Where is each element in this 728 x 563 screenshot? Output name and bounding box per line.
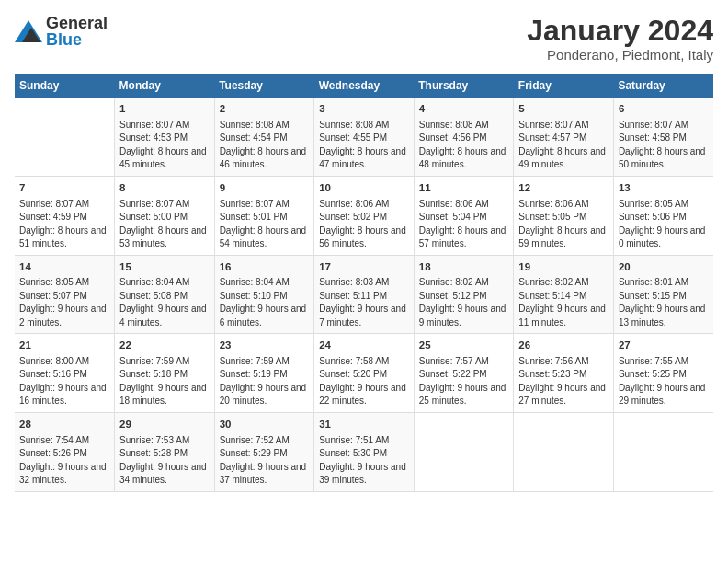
calendar-cell: 20Sunrise: 8:01 AMSunset: 5:15 PMDayligh… <box>613 255 713 334</box>
sunrise-text: Sunrise: 8:07 AM <box>619 119 709 132</box>
sunset-text: Sunset: 5:23 PM <box>518 368 609 382</box>
calendar-cell <box>15 98 115 176</box>
sunset-text: Sunset: 5:29 PM <box>220 447 310 461</box>
header-saturday: Saturday <box>613 74 713 98</box>
sunrise-text: Sunrise: 8:04 AM <box>220 276 310 290</box>
daylight-text: Daylight: 9 hours and 9 minutes. <box>419 303 509 329</box>
sunset-text: Sunset: 5:14 PM <box>518 290 609 304</box>
calendar-cell: 30Sunrise: 7:52 AMSunset: 5:29 PMDayligh… <box>214 412 314 491</box>
daylight-text: Daylight: 9 hours and 34 minutes. <box>119 461 210 488</box>
day-number: 5 <box>518 101 609 117</box>
calendar-week-4: 21Sunrise: 8:00 AMSunset: 5:16 PMDayligh… <box>15 334 713 413</box>
calendar-cell: 23Sunrise: 7:59 AMSunset: 5:19 PMDayligh… <box>214 334 314 413</box>
sunset-text: Sunset: 5:20 PM <box>319 368 409 382</box>
sunrise-text: Sunrise: 7:57 AM <box>419 355 509 369</box>
sunset-text: Sunset: 5:01 PM <box>220 211 310 224</box>
daylight-text: Daylight: 9 hours and 0 minutes. <box>619 224 709 251</box>
calendar-cell: 11Sunrise: 8:06 AMSunset: 5:04 PMDayligh… <box>414 176 514 255</box>
sunset-text: Sunset: 5:00 PM <box>119 211 210 224</box>
calendar-cell: 10Sunrise: 8:06 AMSunset: 5:02 PMDayligh… <box>314 176 415 255</box>
day-number: 2 <box>220 101 310 117</box>
day-number: 12 <box>518 180 609 196</box>
daylight-text: Daylight: 8 hours and 59 minutes. <box>518 224 609 251</box>
sunset-text: Sunset: 4:53 PM <box>119 132 210 145</box>
sunrise-text: Sunrise: 7:54 AM <box>19 434 109 448</box>
calendar-cell: 3Sunrise: 8:08 AMSunset: 4:55 PMDaylight… <box>314 98 415 176</box>
title-block: January 2024 Ponderano, Piedmont, Italy <box>527 15 713 63</box>
sunset-text: Sunset: 4:57 PM <box>518 132 609 145</box>
daylight-text: Daylight: 9 hours and 11 minutes. <box>518 303 609 329</box>
sunset-text: Sunset: 4:55 PM <box>319 132 409 145</box>
day-number: 15 <box>119 259 210 275</box>
daylight-text: Daylight: 9 hours and 39 minutes. <box>319 461 409 488</box>
calendar-header: Sunday Monday Tuesday Wednesday Thursday… <box>15 74 713 98</box>
calendar-cell <box>514 412 614 491</box>
location-subtitle: Ponderano, Piedmont, Italy <box>527 47 713 63</box>
daylight-text: Daylight: 9 hours and 37 minutes. <box>220 461 310 488</box>
sunset-text: Sunset: 5:06 PM <box>619 211 709 224</box>
calendar-cell: 8Sunrise: 8:07 AMSunset: 5:00 PMDaylight… <box>115 176 215 255</box>
day-number: 8 <box>119 180 210 196</box>
daylight-text: Daylight: 8 hours and 45 minutes. <box>119 145 210 172</box>
sunrise-text: Sunrise: 7:58 AM <box>319 355 409 369</box>
calendar-week-3: 14Sunrise: 8:05 AMSunset: 5:07 PMDayligh… <box>15 255 713 334</box>
sunrise-text: Sunrise: 8:06 AM <box>518 198 609 212</box>
day-number: 29 <box>119 417 210 432</box>
sunset-text: Sunset: 5:05 PM <box>518 211 609 224</box>
daylight-text: Daylight: 9 hours and 6 minutes. <box>220 303 310 329</box>
calendar-cell: 6Sunrise: 8:07 AMSunset: 4:58 PMDaylight… <box>613 98 713 176</box>
sunrise-text: Sunrise: 8:05 AM <box>619 198 709 212</box>
sunrise-text: Sunrise: 8:03 AM <box>319 276 409 290</box>
sunrise-text: Sunrise: 8:08 AM <box>220 119 310 132</box>
calendar-cell: 31Sunrise: 7:51 AMSunset: 5:30 PMDayligh… <box>314 412 415 491</box>
logo: General Blue <box>15 15 108 48</box>
sunset-text: Sunset: 5:12 PM <box>419 290 509 304</box>
weekday-header-row: Sunday Monday Tuesday Wednesday Thursday… <box>15 74 713 98</box>
sunset-text: Sunset: 5:16 PM <box>19 368 109 382</box>
sunrise-text: Sunrise: 8:01 AM <box>619 276 709 290</box>
calendar-cell: 28Sunrise: 7:54 AMSunset: 5:26 PMDayligh… <box>15 412 115 491</box>
calendar-body: 1Sunrise: 8:07 AMSunset: 4:53 PMDaylight… <box>15 98 713 491</box>
day-number: 21 <box>19 338 109 353</box>
calendar-cell: 16Sunrise: 8:04 AMSunset: 5:10 PMDayligh… <box>214 255 314 334</box>
sunrise-text: Sunrise: 7:55 AM <box>619 355 709 369</box>
logo-blue-text: Blue <box>46 31 108 48</box>
day-number: 19 <box>518 259 609 275</box>
sunrise-text: Sunrise: 8:08 AM <box>419 119 509 132</box>
calendar-cell: 24Sunrise: 7:58 AMSunset: 5:20 PMDayligh… <box>314 334 415 413</box>
calendar-week-1: 1Sunrise: 8:07 AMSunset: 4:53 PMDaylight… <box>15 98 713 176</box>
sunset-text: Sunset: 5:07 PM <box>19 290 109 304</box>
day-number: 14 <box>19 259 109 275</box>
calendar-cell: 19Sunrise: 8:02 AMSunset: 5:14 PMDayligh… <box>514 255 614 334</box>
sunrise-text: Sunrise: 8:05 AM <box>19 276 109 290</box>
daylight-text: Daylight: 8 hours and 46 minutes. <box>220 145 310 172</box>
sunset-text: Sunset: 5:10 PM <box>220 290 310 304</box>
sunset-text: Sunset: 5:30 PM <box>319 447 409 461</box>
daylight-text: Daylight: 8 hours and 53 minutes. <box>119 224 210 251</box>
calendar-cell: 17Sunrise: 8:03 AMSunset: 5:11 PMDayligh… <box>314 255 415 334</box>
day-number: 24 <box>319 338 409 353</box>
logo-general-text: General <box>46 15 108 31</box>
daylight-text: Daylight: 9 hours and 27 minutes. <box>518 382 609 408</box>
calendar-cell <box>414 412 514 491</box>
daylight-text: Daylight: 8 hours and 47 minutes. <box>319 145 409 172</box>
sunset-text: Sunset: 4:59 PM <box>19 211 109 224</box>
calendar-cell: 25Sunrise: 7:57 AMSunset: 5:22 PMDayligh… <box>414 334 514 413</box>
calendar-cell <box>613 412 713 491</box>
daylight-text: Daylight: 9 hours and 18 minutes. <box>119 382 210 408</box>
day-number: 20 <box>619 259 709 275</box>
sunrise-text: Sunrise: 8:02 AM <box>419 276 509 290</box>
calendar-cell: 1Sunrise: 8:07 AMSunset: 4:53 PMDaylight… <box>115 98 215 176</box>
day-number: 11 <box>419 180 509 196</box>
daylight-text: Daylight: 9 hours and 22 minutes. <box>319 382 409 408</box>
header-tuesday: Tuesday <box>214 74 314 98</box>
day-number: 9 <box>220 180 310 196</box>
day-number: 17 <box>319 259 409 275</box>
sunrise-text: Sunrise: 8:02 AM <box>518 276 609 290</box>
day-number: 31 <box>319 417 409 432</box>
day-number: 3 <box>319 101 409 117</box>
sunrise-text: Sunrise: 8:07 AM <box>119 119 210 132</box>
sunrise-text: Sunrise: 7:52 AM <box>220 434 310 448</box>
day-number: 13 <box>619 180 709 196</box>
daylight-text: Daylight: 9 hours and 29 minutes. <box>619 382 709 408</box>
